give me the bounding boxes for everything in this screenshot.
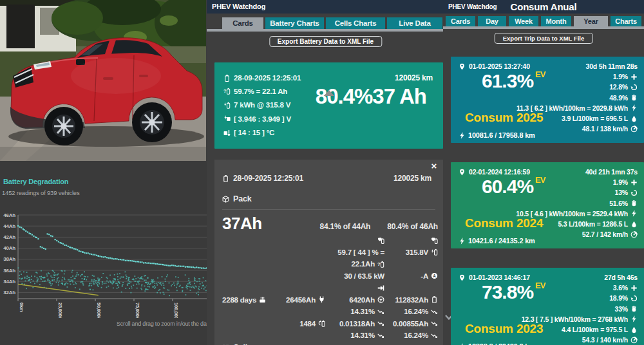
reading-datetime: 28-09-2025 12:25:01 <box>223 74 301 82</box>
speed-gauge-icon <box>630 231 638 238</box>
pin-icon <box>459 169 466 176</box>
regen-icon <box>630 189 638 196</box>
stat-cell <box>325 282 384 294</box>
vehicle-photo <box>0 0 206 161</box>
degradation-pct: 14.31% <box>325 306 384 318</box>
degradation-icon <box>431 320 438 327</box>
export-trip-xml-button[interactable]: Export Trip Data to XML File <box>495 33 593 44</box>
plus-percent: 1.9% <box>516 177 638 187</box>
battery-question-icon <box>377 261 384 268</box>
stat-cell <box>325 234 384 247</box>
pack-capacity-ah: 37Ah <box>222 214 262 234</box>
capacity-headline: 80.4%37 Ah <box>316 84 426 109</box>
temperature-range-icon <box>223 129 231 136</box>
trips-tabs: CardsDayWeekMonthYearCharts <box>446 16 641 26</box>
tab-cards[interactable]: Cards <box>446 16 475 26</box>
svg-text:42Ah: 42Ah <box>3 234 15 240</box>
detail-grid: 59.7 [ 44 ] % =315.8V22.1Ah30 / 63.5 kW-… <box>222 234 438 342</box>
degradation-icon <box>431 332 438 339</box>
scroll-up-icon[interactable] <box>324 90 334 96</box>
battery-tabs: CardsBattery ChartsCells ChartsLive Data <box>222 17 442 29</box>
tab-cells-charts[interactable]: Cells Charts <box>326 17 385 29</box>
consum-anual-panel: PHEV Watchdog Consum Anual CardsDayWeekM… <box>443 0 644 345</box>
year-consum-label: Consum 2025 <box>465 111 543 125</box>
tab-cards[interactable]: Cards <box>222 17 263 29</box>
battery-question-icon <box>223 88 231 95</box>
year-consum-label: Consum 2024 <box>465 216 543 230</box>
battery-icon <box>431 296 438 303</box>
odometer: 120025 km <box>395 73 433 82</box>
speed-gauge-icon <box>630 337 638 344</box>
lightning-icon <box>459 132 466 139</box>
divider <box>222 209 435 210</box>
battery-heart-icon <box>377 237 384 244</box>
app-title: PHEV Watchdog <box>212 0 265 14</box>
export-battery-xml-button[interactable]: Export Battery Data to XML File <box>269 36 382 47</box>
lightning-icon <box>630 210 638 217</box>
page-title: Consum Anual <box>443 0 644 14</box>
phev-watchdog-app: Battery Degradation 1452 readings of 939… <box>0 0 644 345</box>
fuel-drop-icon <box>630 221 638 228</box>
battery-degradation-chart[interactable]: 46Ah44Ah42Ah40Ah38Ah36Ah34Ah32Ah0km25,00… <box>0 201 216 318</box>
speed-gauge-icon <box>630 126 638 133</box>
year-consum-label: Consum 2023 <box>465 322 543 336</box>
trips-panel-header: PHEV Watchdog Consum Anual <box>443 0 644 14</box>
svg-text:50,000km: 50,000km <box>96 303 102 318</box>
pack-section-header: Pack <box>222 194 251 203</box>
summary-stat: [ 14 : 15 ] °C <box>223 126 291 140</box>
svg-text:100,000km: 100,000km <box>173 303 179 318</box>
reading-datetime: 28-09-2025 12:25:01 <box>222 174 303 183</box>
summary-stats: 59.7% = 22.1 Ah7 kWh @ 315.8 V[ 3.946 : … <box>223 84 291 140</box>
battery-icon <box>223 75 231 82</box>
trip-duration: 40d 21h 1mn 37s <box>516 167 638 177</box>
power-stats: 30 / 63.5 kW <box>325 270 384 283</box>
regen-percent: 18.9% <box>522 293 638 303</box>
fuel-drop-icon <box>630 115 638 122</box>
plus-icon <box>630 179 638 186</box>
lightning-icon <box>459 238 466 245</box>
tab-year[interactable]: Year <box>574 16 608 26</box>
cycle-count: 1484 <box>289 318 325 330</box>
svg-text:25,000km: 25,000km <box>57 303 63 318</box>
tab-battery-charts[interactable]: Battery Charts <box>265 17 324 29</box>
svg-text:34Ah: 34Ah <box>3 279 15 284</box>
tab-live-data[interactable]: Live Data <box>387 17 442 29</box>
svg-text:38Ah: 38Ah <box>3 256 15 262</box>
trip-year-card[interactable]: 01-01-2023 14:46:17 73.8%EV 27d 5h 46s 3… <box>451 268 644 345</box>
capacity-percent: 80.4% <box>316 84 373 108</box>
degradation-icon <box>431 308 438 315</box>
degradation-icon <box>377 332 384 339</box>
lightning-icon <box>630 104 638 111</box>
current-stat: -A <box>384 270 438 283</box>
charge-percent: 51.6% <box>516 198 638 209</box>
charge-in-icon <box>377 284 384 292</box>
tab-week[interactable]: Week <box>509 16 538 26</box>
summary-stat: [ 3.946 : 3.949 ] V <box>223 112 291 126</box>
tab-charts[interactable]: Charts <box>611 16 641 26</box>
regen-icon <box>630 295 638 302</box>
degradation-pct: 16.24% <box>384 330 438 342</box>
degradation-icon <box>377 320 384 327</box>
svg-text:40Ah: 40Ah <box>3 245 15 251</box>
trip-year-card[interactable]: 01-01-2025 13:27:40 61.3%EV 30d 5h 11mn … <box>451 57 644 143</box>
battery-charge-icon <box>223 102 231 109</box>
battery-summary-card[interactable]: 28-09-2025 12:25:01 120025 km 59.7% = 22… <box>214 62 443 149</box>
chart-title: Battery Degradation <box>3 178 68 185</box>
capacity-ah: 37 Ah <box>372 84 426 108</box>
battery-degradation-panel: Battery Degradation 1452 readings of 939… <box>0 161 216 345</box>
distance-stats: 10081.6 / 17958.8 km <box>459 131 535 139</box>
pin-icon <box>459 63 466 70</box>
close-icon[interactable]: × <box>431 161 437 171</box>
charge-hand-icon <box>630 94 638 101</box>
loss-per-cycle: 0.01318Ah <box>325 318 384 330</box>
tab-month[interactable]: Month <box>541 16 571 26</box>
tab-day[interactable]: Day <box>478 16 506 26</box>
charge-percent: 33% <box>522 304 638 314</box>
loss-per-cycle: 0.00855Ah <box>384 318 438 330</box>
regen-percent: 13% <box>516 187 638 198</box>
capacity-of-44: 84.1% of 44Ah <box>319 222 370 231</box>
plug-icon <box>318 296 325 303</box>
year-cards: 01-01-2025 13:27:40 61.3%EV 30d 5h 11mn … <box>451 57 644 345</box>
trip-year-card[interactable]: 02-01-2024 12:16:59 60.4%EV 40d 21h 1mn … <box>451 162 644 248</box>
degradation-pct: 16.24% <box>384 306 438 318</box>
